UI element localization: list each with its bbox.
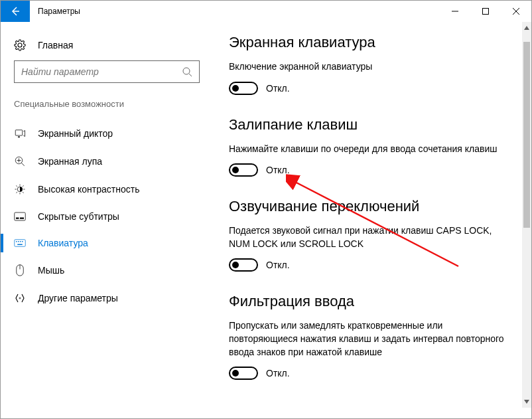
svg-rect-27 [16,241,17,242]
contrast-icon [14,183,26,195]
sidebar-item-label: Скрытые субтитры [38,211,119,222]
toggle-state: Откл. [266,165,290,175]
keyboard-icon [14,238,26,248]
sidebar-item-label: Экранная лупа [38,156,102,167]
other-icon [14,292,26,304]
svg-rect-28 [18,241,19,242]
svg-rect-30 [22,241,23,242]
svg-rect-23 [15,212,26,220]
search-input[interactable] [21,66,182,77]
toggle-state: Откл. [266,260,290,270]
sidebar-item-label: Высокая контрастность [38,184,139,195]
captions-icon [14,212,26,221]
search-icon [182,66,192,77]
close-icon [513,8,519,15]
scrollbar-thumb[interactable] [523,42,530,228]
svg-line-21 [16,192,17,193]
svg-line-20 [23,192,24,193]
sidebar-item-captions[interactable]: Скрытые субтитры [14,203,200,230]
svg-point-5 [183,68,190,74]
svg-rect-7 [15,130,23,135]
sidebar-item-label: Экранный диктор [38,128,113,139]
scrollbar[interactable] [522,22,531,408]
toggle-toggle-keys[interactable] [229,258,258,272]
sidebar-item-label: Мышь [38,265,64,276]
window-title: Параметры [38,7,80,16]
group-title: Фильтрация ввода [229,293,511,310]
sidebar-item-label: Клавиатура [38,238,88,248]
svg-rect-8 [18,137,20,138]
minimize-button[interactable] [440,1,470,22]
svg-rect-31 [17,244,23,246]
toggle-filter-keys[interactable] [229,367,258,380]
sidebar-item-narrator[interactable]: Экранный диктор [14,120,200,147]
sidebar-item-keyboard[interactable]: Клавиатура [14,230,200,256]
svg-rect-2 [483,9,489,15]
group-title: Экранная клавиатура [229,34,511,51]
main-content: Экранная клавиатура Включение экранной к… [213,22,531,418]
group-desc: Пропускать или замедлять кратковременные… [229,319,511,359]
group-toggle-keys: Озвучивание переключений Подается звуков… [229,198,511,272]
svg-rect-26 [15,240,26,247]
narrator-icon [14,127,26,139]
group-onscreen-keyboard: Экранная клавиатура Включение экранной к… [229,34,511,95]
sidebar-item-mouse[interactable]: Мышь [14,256,200,284]
toggle-state: Откл. [266,83,290,94]
group-title: Озвучивание переключений [229,198,511,215]
scroll-up-icon[interactable] [522,23,531,33]
group-filter-keys: Фильтрация ввода Пропускать или замедлят… [229,293,511,380]
svg-line-6 [189,74,192,76]
magnifier-icon [14,155,26,167]
home-label: Главная [38,40,73,50]
group-desc: Подается звуковой сигнал при нажатии кла… [229,224,511,250]
mouse-icon [14,264,26,276]
maximize-button[interactable] [470,1,501,22]
sidebar-item-label: Другие параметры [38,293,118,303]
toggle-onscreen-keyboard[interactable] [229,82,258,95]
svg-line-22 [23,185,24,187]
group-desc: Включение экранной клавиатуры [229,60,511,74]
group-sticky-keys: Залипание клавиш Нажимайте клавиши по оч… [229,116,511,177]
sidebar-item-magnifier[interactable]: Экранная лупа [14,147,200,175]
window-controls [440,1,531,22]
sidebar-item-contrast[interactable]: Высокая контрастность [14,175,200,203]
section-header: Специальные возможности [14,99,200,109]
group-title: Залипание клавиш [229,116,511,133]
back-button[interactable] [1,1,30,22]
maximize-icon [482,8,489,15]
arrow-left-icon [10,6,21,17]
toggle-sticky-keys[interactable] [229,163,258,177]
titlebar: Параметры [1,1,531,22]
home-link[interactable]: Главная [14,33,200,60]
svg-rect-24 [16,218,19,219]
gear-icon [14,39,26,51]
group-desc: Нажимайте клавиши по очереди для ввода с… [229,143,511,156]
toggle-state: Откл. [266,368,290,378]
search-box[interactable] [14,60,200,83]
svg-rect-29 [20,241,21,242]
svg-rect-25 [20,218,24,219]
sidebar-item-other[interactable]: Другие параметры [14,284,200,312]
svg-line-12 [21,163,25,166]
scroll-down-icon[interactable] [522,397,531,406]
sidebar: Главная Специальные возможности Экранный… [1,22,213,418]
minimize-icon [452,8,458,15]
close-button[interactable] [501,1,531,22]
svg-line-19 [16,185,17,187]
